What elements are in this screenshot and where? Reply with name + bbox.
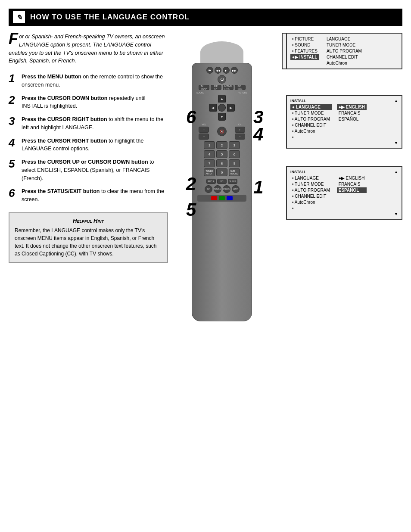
- btn-blue[interactable]: [227, 196, 233, 200]
- btn-green[interactable]: [219, 196, 225, 200]
- menu4-val-espanol-highlighted: ESPAÑOL: [337, 187, 367, 193]
- menu4-right: ●▶ ENGLISH FRANCAIS ESPAÑOL: [337, 175, 367, 211]
- top-small-row: TVSWAP PIPCH ACTIVECTRL PICSIZE: [195, 85, 249, 90]
- btn-prog[interactable]: PROG: [223, 185, 230, 193]
- step-3: 3 Press the CURSOR RIGHT button to shift…: [9, 115, 168, 132]
- step-number-1: 1: [9, 73, 18, 84]
- overlay-6: 6: [186, 108, 196, 126]
- btn-tuner[interactable]: TUNERAUTO: [204, 168, 215, 176]
- overlay-3: 3: [253, 108, 263, 126]
- btn-surround[interactable]: SURROUND: [229, 168, 240, 176]
- cursor-left[interactable]: ◀: [209, 104, 217, 112]
- hint-box: Helpful Hint Remember, the LANGUAGE cont…: [9, 212, 168, 263]
- menu4-item-tuner: • TUNER MODE: [290, 181, 332, 187]
- step-bold-4: Press the CURSOR RIGHT button: [22, 138, 107, 144]
- page-title: How to Use the Language Control: [30, 13, 190, 22]
- dpad: ▲ ▼ ◀ ▶: [209, 95, 235, 121]
- numpad: 1 2 3 4 5 6 7 8 9 TUNERAUTO 0 SURROUND: [195, 141, 249, 176]
- mute-button[interactable]: 🔇: [217, 127, 227, 136]
- menu2-val-auto: AUTO PROGRAM: [326, 48, 363, 54]
- cursor-down[interactable]: ▼: [218, 113, 226, 121]
- header-icon: ✎: [13, 11, 25, 23]
- menu2-item-picture: • PICTURE: [290, 36, 319, 42]
- btn-play[interactable]: ▶: [223, 67, 230, 74]
- left-column: F or or Spanish- and French-speaking TV …: [9, 33, 168, 291]
- vol-group: VOL + −: [199, 123, 209, 140]
- menu2-item-sound: • SOUND: [290, 42, 319, 48]
- btn-red[interactable]: [211, 196, 217, 200]
- step-bold-3: Press the CURSOR RIGHT button: [22, 116, 107, 122]
- ch-down-btn[interactable]: −: [235, 134, 245, 140]
- btn-skip-back[interactable]: ⏮: [206, 67, 213, 74]
- btn-prev[interactable]: ◀◀: [215, 67, 221, 74]
- btn-4[interactable]: 4: [204, 150, 215, 158]
- step-number-3: 3: [9, 115, 18, 127]
- remote-control: ⏮ ◀◀ ▶ ▶▶ ⏻ TVSWAP PIPCH ACTIVECTRL: [185, 41, 258, 321]
- menu3-item-tuner: • TUNER MODE: [290, 110, 332, 116]
- cursor-up[interactable]: ▲: [218, 95, 226, 103]
- btn-8[interactable]: 8: [216, 159, 227, 167]
- btn-1[interactable]: 1: [204, 141, 215, 149]
- vol-down-btn[interactable]: −: [199, 134, 209, 140]
- menu3-item-dot: •: [290, 134, 332, 140]
- menu3-title-row: INSTALL ▲: [290, 99, 398, 103]
- btn-av[interactable]: AV: [205, 185, 212, 193]
- step-bold-5: Press the CURSOR UP or CURSOR DOWN butto…: [22, 159, 148, 165]
- step-bold-2: Press the CURSOR DOWN button: [22, 95, 107, 101]
- vol-up-btn[interactable]: +: [199, 127, 209, 133]
- remote-body: ⏮ ◀◀ ▶ ▶▶ ⏻ TVSWAP PIPCH ACTIVECTRL: [192, 63, 252, 321]
- btn-dc[interactable]: DC: [217, 179, 227, 184]
- vol-label: VOL: [202, 123, 206, 126]
- btn-tv-swap[interactable]: TVSWAP: [199, 85, 209, 90]
- cursor-center[interactable]: [218, 104, 226, 112]
- ch-up-btn[interactable]: +: [235, 127, 245, 133]
- menu-install-panel: • PICTURE • SOUND • FEATURES ●▶ INSTALL …: [286, 33, 402, 69]
- btn-5[interactable]: 5: [216, 150, 227, 158]
- menu4-title-row: INSTALL ▲: [290, 170, 398, 174]
- step-1: 1 Press the MENU button on the remote co…: [9, 73, 168, 89]
- step-number-4: 4: [9, 137, 18, 148]
- btn-rec[interactable]: REC.A: [206, 179, 216, 184]
- colored-btns-row: [197, 195, 246, 202]
- power-row: ⏻: [195, 75, 249, 84]
- menu3-title: INSTALL: [290, 99, 306, 103]
- ch-label: CH: [238, 123, 241, 126]
- btn-9[interactable]: 9: [229, 159, 240, 167]
- btn-dolby[interactable]: DOLBY: [214, 185, 221, 193]
- menu4-val-english: ●▶ ENGLISH: [337, 175, 367, 181]
- btn-active-control[interactable]: ACTIVECTRL: [223, 85, 234, 90]
- menu2-item-install-highlighted: ●▶ INSTALL: [290, 54, 319, 60]
- btn-picture[interactable]: PICSIZE: [235, 85, 246, 90]
- main-content: F or or Spanish- and French-speaking TV …: [9, 33, 402, 291]
- power-button[interactable]: ⏻: [218, 75, 226, 84]
- right-column: 6 2 5 3 4 1 ⏮ ◀◀ ▶ ▶▶: [177, 33, 402, 291]
- btn-list[interactable]: LIST: [232, 185, 240, 193]
- btn-7[interactable]: 7: [204, 159, 215, 167]
- menu2-val-language: LANGUAGE: [326, 36, 363, 42]
- btn-0[interactable]: 0: [216, 168, 227, 176]
- btn-3[interactable]: 3: [229, 141, 240, 149]
- menu4-content: • LANGUAGE • TUNER MODE • AUTO PROGRAM •…: [290, 175, 398, 211]
- menu3-item-language-highlighted: ● LANGUAGE: [290, 104, 332, 110]
- overlay-5: 5: [186, 201, 196, 219]
- step-2: 2 Press the CURSOR DOWN button repeatedl…: [9, 94, 168, 111]
- cursor-right[interactable]: ▶: [227, 104, 235, 112]
- btn-6[interactable]: 6: [229, 150, 240, 158]
- label-sound: SOUND: [196, 91, 204, 94]
- menu4-title: INSTALL: [290, 170, 306, 174]
- btn-pip-ch[interactable]: PIPCH: [211, 85, 221, 90]
- menu4-arrow-down: ▼: [290, 212, 398, 216]
- menu3-val-english-highlighted: ●▶ ENGLISH: [337, 104, 367, 110]
- menu3-val-francais: FRANCAIS: [337, 110, 367, 116]
- step-number-2: 2: [9, 94, 18, 106]
- btn-2[interactable]: 2: [216, 141, 227, 149]
- step-6: 6 Press the STATUS/EXIT button to clear …: [9, 187, 168, 204]
- btn-ff[interactable]: ▶▶: [231, 67, 238, 74]
- menu3-item-auto: • AUTO PROGRAM: [290, 116, 332, 122]
- intro-paragraph: F or or Spanish- and French-speaking TV …: [9, 33, 168, 65]
- btn-sleep[interactable]: SLEEP: [228, 179, 237, 184]
- av-row: AV DOLBY PROG LIST: [195, 185, 249, 193]
- menu4-item-autoChron: • AutoChron: [290, 199, 332, 205]
- menu3-item-autoChron: • AutoChron: [290, 128, 332, 134]
- step-number-6: 6: [9, 187, 18, 199]
